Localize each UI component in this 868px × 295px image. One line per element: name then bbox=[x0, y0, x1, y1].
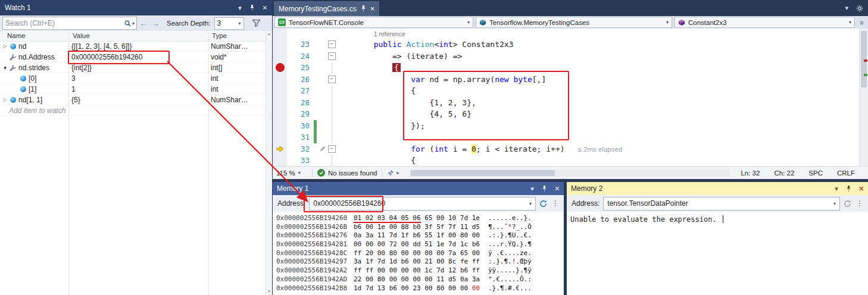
search-depth-select[interactable]: 3 ▾ bbox=[214, 17, 244, 30]
watch-row[interactable]: [1]1int bbox=[0, 84, 266, 95]
status-line[interactable]: Ln: 32 bbox=[741, 170, 760, 177]
code-text[interactable] bbox=[336, 131, 860, 143]
code-line[interactable]: 31 bbox=[273, 131, 860, 143]
column-divider[interactable] bbox=[68, 31, 69, 295]
pin-icon[interactable] bbox=[846, 186, 851, 192]
code-line[interactable]: 24− => (iterate) => bbox=[273, 51, 860, 62]
code-line[interactable]: 26− var nd = np.array(new byte[,] bbox=[273, 74, 860, 86]
scroll-down-icon[interactable]: ▾ bbox=[266, 288, 272, 294]
breakpoint-margin[interactable] bbox=[273, 97, 287, 109]
watch-row[interactable]: ▾nd.strides{int[2]}int[] bbox=[0, 62, 266, 73]
window-position-chevron-icon[interactable]: ▾ bbox=[835, 186, 838, 192]
code-text[interactable]: }); bbox=[336, 120, 860, 132]
code-line[interactable]: 33 { bbox=[273, 155, 860, 167]
status-line-ending[interactable]: CRLF bbox=[837, 170, 855, 177]
codelens-row[interactable]: 1 reference bbox=[273, 29, 860, 39]
code-text[interactable]: for (int i = 0; i < iterate; i++)≤ 2ms e… bbox=[336, 143, 860, 155]
breakpoint-icon[interactable] bbox=[276, 63, 285, 72]
breakpoint-margin[interactable] bbox=[273, 85, 287, 97]
code-text[interactable]: {1, 2, 3}, bbox=[336, 97, 860, 109]
status-indent-mode[interactable]: SPC bbox=[808, 170, 823, 177]
memory2-address-combobox[interactable]: tensor.TensorDataPointer ▾ bbox=[603, 197, 840, 211]
scroll-up-icon[interactable]: ▴ bbox=[268, 32, 270, 36]
breakpoint-margin[interactable] bbox=[273, 74, 287, 86]
expander-collapsed-icon[interactable]: ▷ bbox=[1, 97, 9, 102]
breakpoint-margin[interactable] bbox=[273, 131, 287, 143]
search-box[interactable]: ▾ bbox=[2, 17, 137, 30]
watch-row[interactable]: Add item to watch bbox=[0, 105, 266, 116]
search-next-icon[interactable]: → bbox=[152, 19, 160, 28]
fold-collapse-icon[interactable]: − bbox=[328, 76, 336, 83]
expander-collapsed-icon[interactable]: ▷ bbox=[1, 43, 9, 49]
close-icon[interactable]: × bbox=[263, 4, 267, 12]
column-header-name[interactable]: Name bbox=[7, 32, 26, 39]
breakpoint-margin[interactable] bbox=[273, 39, 287, 51]
window-position-chevron-icon[interactable]: ▾ bbox=[530, 186, 534, 192]
code-text[interactable]: { bbox=[336, 85, 860, 97]
doc-list-chevron-icon[interactable]: ▾ bbox=[845, 4, 848, 12]
watch-row[interactable]: nd.Address0x000002556b194260void* bbox=[0, 52, 266, 62]
code-line[interactable]: 23− public Action<int> Constant2x3 bbox=[273, 39, 860, 51]
code-line[interactable]: 27 { bbox=[273, 85, 860, 97]
toolbar-overflow-icon[interactable]: ⋮ bbox=[552, 199, 559, 208]
scrollbar-thumb[interactable] bbox=[411, 170, 555, 176]
refresh-icon[interactable] bbox=[539, 200, 547, 208]
breakpoint-margin[interactable] bbox=[273, 29, 287, 39]
window-position-chevron-icon[interactable]: ▾ bbox=[238, 5, 242, 11]
navbar-overflow-icon[interactable]: ≡ bbox=[857, 19, 866, 26]
close-icon[interactable]: × bbox=[555, 184, 560, 193]
status-column[interactable]: Ch: 22 bbox=[774, 170, 794, 177]
code-text[interactable]: => (iterate) => bbox=[336, 51, 860, 62]
watch-scrollbar[interactable]: ▴▾ bbox=[266, 31, 272, 295]
filter-icon[interactable] bbox=[252, 20, 260, 27]
editor-horizontal-scrollbar[interactable] bbox=[410, 170, 730, 177]
memory2-message-area[interactable]: Unable to evaluate the expression. bbox=[567, 212, 868, 295]
tab-pin-icon[interactable] bbox=[361, 5, 366, 12]
search-icon[interactable] bbox=[124, 20, 131, 27]
code-text[interactable]: { bbox=[336, 62, 860, 74]
fold-collapse-icon[interactable]: − bbox=[328, 145, 336, 153]
zoom-select[interactable]: 115 % ▾ bbox=[276, 170, 307, 177]
column-divider[interactable] bbox=[208, 31, 209, 295]
code-line[interactable]: 28 {1, 2, 3}, bbox=[273, 97, 860, 109]
code-text[interactable]: 1 reference bbox=[336, 29, 860, 39]
breakpoint-margin[interactable] bbox=[273, 62, 287, 74]
watch-row[interactable]: ▷nd[1, 1]{5}NumShar… bbox=[0, 95, 266, 105]
code-line[interactable]: 25 { bbox=[273, 62, 860, 74]
memory1-address-combobox[interactable]: 0x000002556B194260 ▾ bbox=[309, 197, 536, 211]
document-health-indicator[interactable]: No issues found bbox=[317, 169, 377, 177]
tab-close-icon[interactable]: × bbox=[370, 5, 375, 12]
search-prev-icon[interactable]: ← bbox=[139, 19, 147, 28]
search-options-chevron-icon[interactable]: ▾ bbox=[132, 21, 135, 26]
code-line[interactable]: 30 }); bbox=[273, 120, 860, 132]
column-header-type[interactable]: Type bbox=[212, 32, 227, 39]
expander-expanded-icon[interactable]: ▾ bbox=[1, 65, 9, 71]
close-icon[interactable]: × bbox=[859, 184, 864, 193]
memory1-hex-area[interactable]: 0x000002556B19426001 02 03 04 05 06 65 0… bbox=[273, 212, 564, 295]
code-line[interactable]: 32− for (int i = 0; i < iterate; i++)≤ 2… bbox=[273, 143, 860, 155]
column-header-value[interactable]: Value bbox=[73, 32, 90, 39]
editor-vertical-scrollbar[interactable] bbox=[859, 29, 868, 167]
code-text[interactable]: var nd = np.array(new byte[,] bbox=[336, 74, 860, 86]
fold-collapse-icon[interactable]: − bbox=[328, 40, 336, 48]
project-dropdown[interactable]: C# TensorFlowNET.Console ▾ bbox=[274, 17, 473, 28]
pin-icon[interactable] bbox=[249, 5, 255, 11]
class-dropdown[interactable]: Tensorflow.MemoryTestingCases ▾ bbox=[476, 17, 672, 28]
search-input[interactable] bbox=[3, 18, 124, 28]
pin-icon[interactable] bbox=[542, 186, 547, 192]
refresh-icon[interactable] bbox=[844, 200, 851, 208]
code-area[interactable]: 1 reference23− public Action<int> Consta… bbox=[273, 29, 860, 167]
toolbar-overflow-icon[interactable]: ⋮ bbox=[856, 199, 863, 208]
code-line[interactable]: 29 {4, 5, 6} bbox=[273, 108, 860, 120]
breakpoint-margin[interactable] bbox=[273, 143, 287, 155]
gear-icon[interactable] bbox=[856, 5, 863, 12]
breakpoint-margin[interactable] bbox=[273, 120, 287, 132]
method-dropdown[interactable]: Constant2x3 ▾ bbox=[675, 17, 855, 28]
watch-row[interactable]: ▷nd{[[1, 2, 3], [4, 5, 6]]}NumShar… bbox=[0, 41, 266, 52]
code-cleanup-icon[interactable]: ▾ bbox=[387, 170, 399, 177]
code-text[interactable]: public Action<int> Constant2x3 bbox=[336, 39, 860, 51]
tab-memorytestingcases[interactable]: MemoryTestingCases.cs × bbox=[274, 1, 379, 16]
code-text[interactable]: { bbox=[336, 155, 860, 167]
breakpoint-margin[interactable] bbox=[273, 155, 287, 167]
breakpoint-margin[interactable] bbox=[273, 51, 287, 62]
